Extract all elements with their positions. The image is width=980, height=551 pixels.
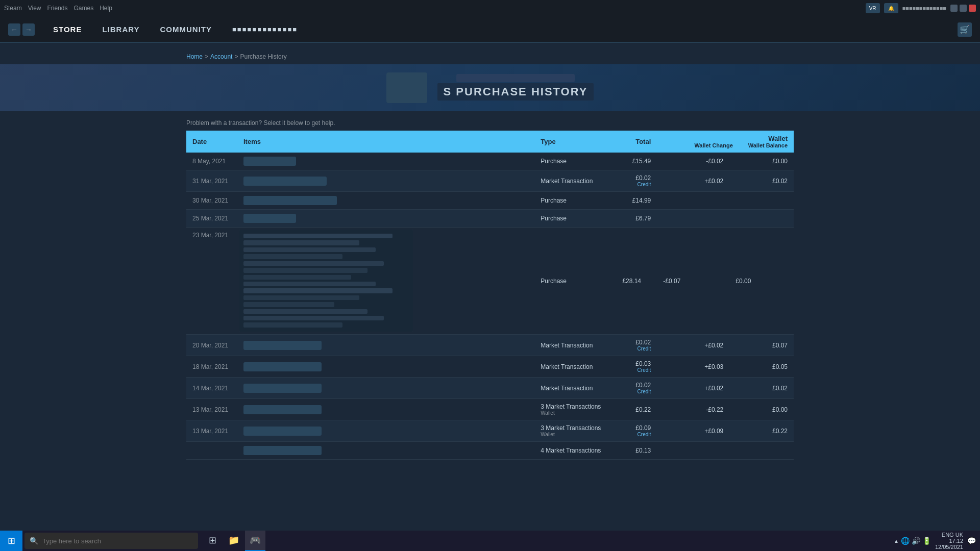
taskbar-app-files[interactable]: 📁: [224, 531, 244, 551]
table-row[interactable]: 14 Mar, 2021 Market Transaction £0.02Cre…: [186, 378, 794, 399]
row-date: 20 Mar, 2021: [186, 335, 237, 356]
taskbar-app-task-view[interactable]: ⊞: [202, 531, 223, 551]
notification-icon[interactable]: 💬: [967, 537, 976, 545]
table-section: Problem with a transaction? Select it be…: [186, 119, 794, 460]
breadcrumb-sep1: >: [205, 53, 208, 60]
row-items: [237, 192, 534, 210]
title-bar: Steam View Friends Games Help VR 🔔 ■■■■■…: [0, 0, 980, 16]
date-label: 12/05/2021: [935, 544, 963, 550]
row-wallet-change: +£0.03: [657, 356, 729, 378]
menu-friends[interactable]: Friends: [47, 5, 67, 12]
breadcrumb-home[interactable]: Home: [186, 53, 203, 60]
menu-games[interactable]: Games: [74, 5, 94, 12]
cart-icon[interactable]: 🛒: [958, 22, 972, 37]
minimize-button[interactable]: [950, 5, 958, 12]
table-row[interactable]: 31 Mar, 2021 Market Transaction £0.02Cre…: [186, 170, 794, 192]
row-wallet-balance: £0.00: [729, 228, 794, 335]
page-title: S PURCHASE HISTORY: [437, 83, 594, 101]
title-bar-right: VR 🔔 ■■■■■■■■■■■■■: [866, 3, 976, 13]
table-row[interactable]: 25 Mar, 2021 Purchase £6.79: [186, 210, 794, 228]
help-text: Problem with a transaction? Select it be…: [186, 119, 794, 127]
start-button[interactable]: ⊞: [0, 531, 22, 551]
maximize-button[interactable]: [960, 5, 967, 12]
nav-community[interactable]: COMMUNITY: [150, 16, 223, 43]
windows-icon: ⊞: [8, 535, 15, 546]
row-wallet-change: +£0.02: [657, 170, 729, 192]
back-button[interactable]: ←: [8, 23, 20, 36]
row-type: Purchase: [534, 153, 616, 170]
row-items: [237, 420, 534, 442]
table-header: Date Items Type Total Wallet Wallet Chan…: [186, 131, 794, 153]
nav-username[interactable]: ■■■■■■■■■■■■■: [222, 16, 308, 43]
nav-store[interactable]: STORE: [43, 16, 92, 43]
row-wallet-balance: [729, 210, 794, 228]
row-date: 14 Mar, 2021: [186, 378, 237, 399]
window-controls: [950, 5, 976, 12]
row-wallet-balance: £0.07: [729, 335, 794, 356]
row-wallet-balance: [729, 192, 794, 210]
locale-label: ENG UK: [935, 532, 963, 538]
row-wallet-change: +£0.09: [657, 420, 729, 442]
close-button[interactable]: [969, 5, 976, 12]
menu-view[interactable]: View: [28, 5, 41, 12]
row-total: £6.79: [616, 210, 657, 228]
table-row[interactable]: 18 Mar, 2021 Market Transaction £0.03Cre…: [186, 356, 794, 378]
menu-steam[interactable]: Steam: [4, 5, 22, 12]
forward-button[interactable]: →: [22, 23, 35, 36]
row-wallet-balance: £0.02: [729, 170, 794, 192]
page-header: ■■■■■■■■■■■■■■■■■ S PURCHASE HISTORY: [0, 64, 980, 111]
taskbar: ⊞ 🔍 ⊞ 📁 🎮 ▲ 🌐 🔊 🔋 ENG UK 17:12 12/05/202…: [0, 531, 980, 551]
notifications-btn[interactable]: 🔔: [884, 3, 898, 13]
row-type: Market Transaction: [534, 335, 616, 356]
steam-taskbar-icon: 🎮: [250, 535, 261, 546]
row-date: 30 Mar, 2021: [186, 192, 237, 210]
taskbar-apps: ⊞ 📁 🎮: [202, 531, 265, 551]
breadcrumb-account[interactable]: Account: [210, 53, 232, 60]
row-items: [237, 442, 534, 460]
row-date: 18 Mar, 2021: [186, 356, 237, 378]
row-date: 13 Mar, 2021: [186, 399, 237, 420]
row-type: Purchase: [534, 210, 616, 228]
network-icon[interactable]: 🌐: [901, 537, 910, 545]
username-display: ■■■■■■■■■■■■■: [902, 5, 946, 11]
row-items: [237, 356, 534, 378]
taskbar-search[interactable]: 🔍: [24, 533, 198, 549]
row-type: 4 Market Transactions: [534, 442, 616, 460]
row-total: £0.22: [616, 399, 657, 420]
table-row[interactable]: 13 Mar, 2021 3 Market TransactionsWallet…: [186, 399, 794, 420]
table-row-big[interactable]: 23 Mar, 2021: [186, 228, 794, 335]
row-total: £15.49: [616, 153, 657, 170]
row-date: [186, 442, 237, 460]
table-row[interactable]: 20 Mar, 2021 Market Transaction £0.02Cre…: [186, 335, 794, 356]
row-date: 25 Mar, 2021: [186, 210, 237, 228]
row-type: 3 Market TransactionsWallet: [534, 399, 616, 420]
nav-library[interactable]: LIBRARY: [92, 16, 150, 43]
row-type: Purchase: [534, 192, 616, 210]
row-wallet-change: -£0.02: [657, 153, 729, 170]
table-row[interactable]: 30 Mar, 2021 Purchase £14.99: [186, 192, 794, 210]
col-wallet: Wallet Wallet Change Wallet Balance: [657, 131, 794, 153]
row-items: [237, 335, 534, 356]
nav-links: STORE LIBRARY COMMUNITY ■■■■■■■■■■■■■: [43, 16, 308, 43]
row-wallet-balance: [729, 442, 794, 460]
files-icon: 📁: [228, 535, 239, 546]
table-row[interactable]: 4 Market Transactions £0.13: [186, 442, 794, 460]
row-type: Market Transaction: [534, 378, 616, 399]
vr-label: VR: [869, 6, 876, 11]
breadcrumb: Home > Account > Purchase History: [0, 53, 980, 64]
row-items: [237, 153, 534, 170]
search-input[interactable]: [42, 537, 193, 545]
taskbar-app-steam[interactable]: 🎮: [245, 531, 265, 551]
menu-help[interactable]: Help: [100, 5, 112, 12]
sys-arrow-icon[interactable]: ▲: [894, 538, 899, 544]
avatar: [386, 72, 427, 103]
steam-icon-btn[interactable]: VR: [866, 3, 880, 13]
table-row[interactable]: 13 Mar, 2021 3 Market TransactionsWallet…: [186, 420, 794, 442]
battery-icon[interactable]: 🔋: [922, 537, 931, 545]
row-date: 13 Mar, 2021: [186, 420, 237, 442]
row-total: £0.03Credit: [616, 356, 657, 378]
row-wallet-change: -£0.07: [657, 228, 729, 335]
row-wallet-change: +£0.02: [657, 378, 729, 399]
table-row[interactable]: 8 May, 2021 Purchase £15.49 -£0.02 £0.00: [186, 153, 794, 170]
volume-icon[interactable]: 🔊: [912, 537, 920, 545]
